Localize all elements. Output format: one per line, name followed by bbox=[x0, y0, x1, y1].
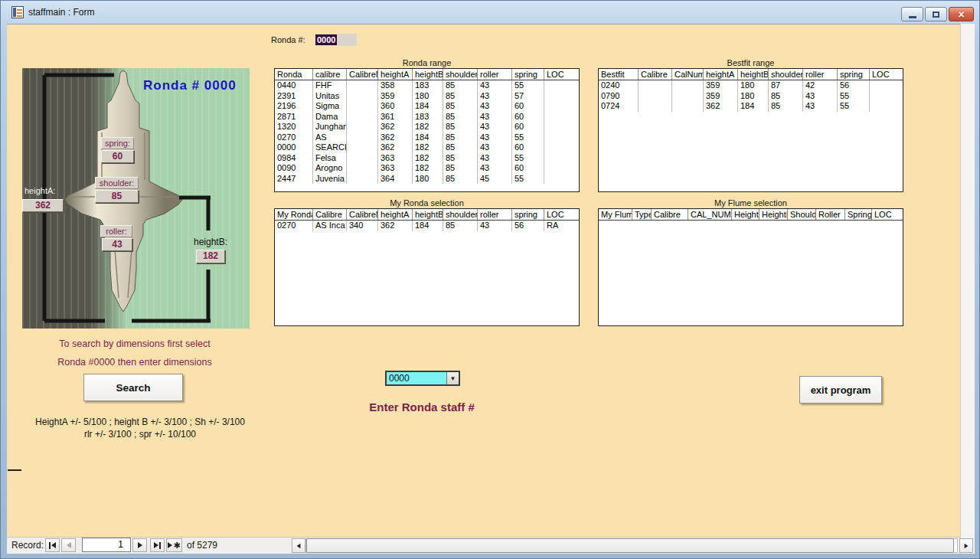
table-cell[interactable] bbox=[347, 101, 378, 112]
table-cell[interactable]: 1320 bbox=[275, 122, 313, 132]
table-cell[interactable] bbox=[544, 153, 580, 164]
column-header[interactable]: HeightB bbox=[760, 209, 788, 220]
table-row[interactable]: 0724362184854355 bbox=[599, 101, 903, 112]
table-cell[interactable]: 358 bbox=[378, 80, 413, 91]
table-cell[interactable]: SEARCH bbox=[313, 142, 347, 153]
table-cell[interactable]: 43 bbox=[478, 153, 512, 164]
table-cell[interactable]: 85 bbox=[443, 132, 478, 143]
table-row[interactable]: 2871Dama361183854360 bbox=[275, 112, 579, 123]
table-cell[interactable]: 183 bbox=[413, 112, 443, 123]
column-header[interactable]: LOC bbox=[870, 69, 903, 80]
table-cell[interactable] bbox=[347, 80, 378, 91]
table-row[interactable]: 2447Juvenia364180854555 bbox=[275, 174, 579, 185]
table-cell[interactable] bbox=[347, 122, 378, 132]
table-cell[interactable]: 362 bbox=[378, 132, 413, 143]
column-header[interactable]: LOC bbox=[544, 69, 580, 80]
table-row[interactable]: 0090Arogno363182854360 bbox=[275, 163, 579, 174]
table-cell[interactable] bbox=[672, 80, 704, 91]
table-cell[interactable]: 85 bbox=[769, 101, 803, 112]
table-cell[interactable]: 360 bbox=[378, 101, 413, 112]
table-cell[interactable]: 85 bbox=[443, 101, 478, 112]
column-header[interactable]: Calibre bbox=[639, 69, 672, 80]
exit-program-button[interactable]: exit program bbox=[799, 376, 882, 404]
table-cell[interactable]: 0724 bbox=[599, 101, 639, 112]
table-cell[interactable]: 43 bbox=[478, 122, 512, 132]
title-bar[interactable]: staffmain : Form × bbox=[1, 1, 979, 24]
new-record-button[interactable]: ✱ bbox=[166, 538, 182, 552]
table-cell[interactable]: 87 bbox=[769, 80, 803, 91]
column-header[interactable]: heightA bbox=[378, 69, 413, 80]
table-cell[interactable]: FHF bbox=[313, 80, 347, 91]
table-cell[interactable]: 43 bbox=[478, 142, 512, 153]
scroll-right-button[interactable] bbox=[959, 538, 973, 553]
table-cell[interactable] bbox=[347, 142, 378, 153]
table-cell[interactable]: 0240 bbox=[599, 80, 639, 91]
column-header[interactable]: roller bbox=[478, 69, 512, 80]
table-row[interactable]: 0000SEARCH362182854360 bbox=[275, 142, 579, 153]
spring-value-box[interactable]: 60 bbox=[101, 150, 134, 163]
table-cell[interactable] bbox=[544, 174, 580, 185]
next-record-button[interactable] bbox=[132, 538, 147, 552]
table-cell[interactable]: 55 bbox=[512, 174, 544, 185]
column-header[interactable]: shoulder bbox=[769, 69, 803, 80]
table-cell[interactable]: 0984 bbox=[275, 153, 313, 164]
horizontal-scrollbar-thumb[interactable] bbox=[306, 538, 954, 553]
table-cell[interactable]: 184 bbox=[413, 221, 443, 231]
column-header[interactable]: CAL_NUM bbox=[688, 209, 732, 220]
table-cell[interactable]: 85 bbox=[443, 142, 478, 153]
table-cell[interactable] bbox=[639, 80, 672, 91]
table-cell[interactable] bbox=[639, 101, 672, 112]
table-row[interactable]: 0790359180854355 bbox=[599, 91, 903, 102]
table-cell[interactable]: 43 bbox=[478, 91, 512, 102]
table-cell[interactable]: 60 bbox=[512, 122, 544, 132]
column-header[interactable]: LOC bbox=[544, 209, 580, 220]
column-header[interactable]: Type bbox=[632, 209, 652, 220]
table-cell[interactable]: 2196 bbox=[275, 101, 313, 112]
table-cell[interactable]: 55 bbox=[512, 132, 544, 143]
record-number-input[interactable]: 1 bbox=[82, 538, 131, 552]
ronda-number-input[interactable]: 0000 bbox=[315, 34, 357, 46]
table-row[interactable]: 0984Felsa363182854355 bbox=[275, 153, 579, 164]
table-cell[interactable] bbox=[347, 112, 378, 123]
table-cell[interactable]: 182 bbox=[413, 122, 443, 132]
table-cell[interactable] bbox=[870, 101, 903, 112]
column-header[interactable]: roller bbox=[478, 209, 512, 220]
column-header[interactable]: spring bbox=[512, 69, 544, 80]
table-cell[interactable]: 85 bbox=[443, 153, 478, 164]
column-header[interactable]: shoulder bbox=[443, 69, 478, 80]
table-cell[interactable] bbox=[870, 91, 903, 102]
column-header[interactable]: spring bbox=[838, 69, 870, 80]
table-cell[interactable]: 43 bbox=[478, 101, 512, 112]
table-cell[interactable]: 43 bbox=[478, 221, 512, 231]
table-cell[interactable]: 363 bbox=[378, 163, 413, 174]
table-cell[interactable]: 60 bbox=[512, 163, 544, 174]
table-cell[interactable]: 359 bbox=[704, 91, 738, 102]
column-header[interactable]: CalibreN bbox=[347, 209, 378, 220]
table-cell[interactable]: 0790 bbox=[599, 91, 639, 102]
heightB-value-box[interactable]: 182 bbox=[196, 250, 225, 263]
table-cell[interactable]: 361 bbox=[378, 112, 413, 123]
table-cell[interactable]: 180 bbox=[413, 91, 443, 102]
column-header[interactable]: Calibre bbox=[313, 209, 347, 220]
table-cell[interactable]: 56 bbox=[838, 80, 870, 91]
table-cell[interactable]: 184 bbox=[413, 101, 443, 112]
table-cell[interactable]: 362 bbox=[378, 142, 413, 153]
table-cell[interactable]: 183 bbox=[413, 80, 443, 91]
column-header[interactable]: heightB bbox=[413, 69, 443, 80]
search-button[interactable]: Search bbox=[83, 374, 183, 401]
ronda-staff-combobox[interactable]: 0000 ▼ bbox=[385, 371, 460, 386]
table-cell[interactable] bbox=[347, 174, 378, 185]
table-cell[interactable]: 60 bbox=[512, 101, 544, 112]
table-cell[interactable]: 2871 bbox=[275, 112, 313, 123]
table-cell[interactable]: 180 bbox=[413, 174, 443, 185]
table-cell[interactable]: 55 bbox=[838, 91, 870, 102]
table-cell[interactable] bbox=[347, 91, 378, 102]
table-cell[interactable]: 184 bbox=[738, 101, 769, 112]
column-header[interactable]: heightB bbox=[413, 209, 443, 220]
table-cell[interactable]: 85 bbox=[443, 112, 478, 123]
shoulder-value-box[interactable]: 85 bbox=[95, 190, 139, 203]
table-cell[interactable] bbox=[544, 112, 580, 123]
table-cell[interactable]: 363 bbox=[378, 153, 413, 164]
table-cell[interactable]: 0270 bbox=[275, 132, 313, 143]
table-cell[interactable]: 43 bbox=[803, 91, 838, 102]
